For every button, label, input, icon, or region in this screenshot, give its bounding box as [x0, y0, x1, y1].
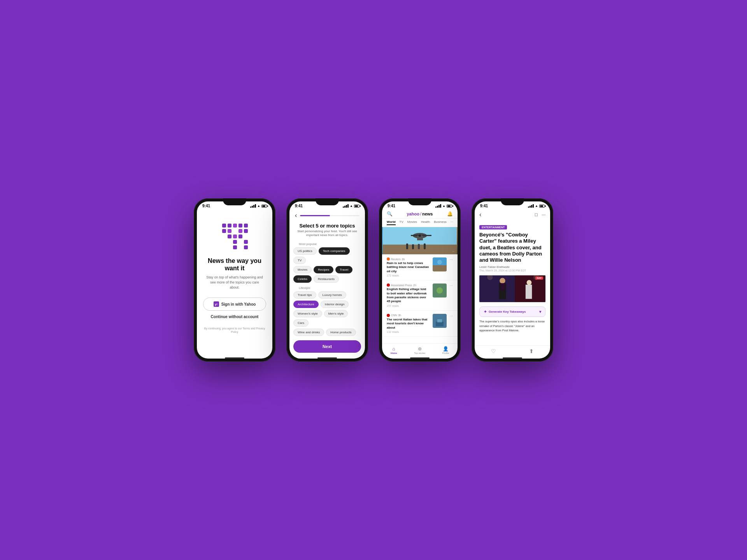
news-feed-list: ··· Reuters 3h Rain is set to help crews… [382, 227, 458, 343]
status-icons-1: ▲ [250, 204, 267, 208]
topic-row-lifestyle-2: Architecture Interior design [293, 301, 361, 308]
more-icon-3[interactable]: ··· [450, 314, 453, 318]
topic-travel[interactable]: Travel [335, 266, 352, 273]
notch-3 [408, 198, 431, 205]
more-options-icon[interactable]: ··· [542, 212, 545, 217]
entertainment-badge: Entertainment [479, 225, 507, 229]
tab-tv[interactable]: TV [400, 220, 403, 225]
lifestyle-label: Lifestyle [293, 285, 361, 291]
topic-mens-style[interactable]: Men's style [324, 310, 348, 317]
back-button-2[interactable]: ‹ [295, 212, 297, 219]
nav-home[interactable]: ⌂ Home [391, 346, 397, 354]
nav-top-stories[interactable]: ⊕ Top stories [414, 346, 425, 354]
svg-rect-10 [233, 234, 237, 238]
yahoo-logo [219, 220, 250, 252]
topic-interior-design[interactable]: Interior design [321, 301, 349, 308]
sign-in-headline: News the way you want it [203, 257, 266, 272]
hero-image: ··· [382, 227, 458, 254]
topic-movies[interactable]: Movies [293, 266, 312, 273]
phone-topics: 9:41 ▲ ‹ [286, 198, 368, 362]
bell-icon[interactable]: 🔔 [447, 211, 453, 217]
topic-cars[interactable]: Cars [293, 319, 309, 327]
reuters-dot [387, 257, 390, 261]
topics-subtitle: Start personalizing your feed. You'll st… [289, 229, 365, 241]
topic-celebs[interactable]: Celebs [293, 275, 312, 283]
sign-in-yahoo-button[interactable]: y! Sign in with Yahoo [203, 298, 266, 311]
nav-profile[interactable]: 👤 Profile [442, 346, 449, 354]
source-ap: Associated Press 2h [387, 284, 430, 287]
topic-recipes[interactable]: Recipes [314, 266, 333, 273]
svg-point-29 [437, 260, 442, 264]
tab-more[interactable]: ··· [451, 220, 453, 225]
topic-luxury-homes[interactable]: Luxury homes [318, 291, 346, 299]
progress-fill [300, 215, 330, 216]
tab-business[interactable]: Business [434, 220, 446, 225]
topic-wine-drinks[interactable]: Wine and drinks [293, 329, 324, 336]
topic-home-products[interactable]: Home products [326, 329, 356, 336]
status-time-4: 9:41 [480, 204, 488, 208]
svg-rect-26 [424, 243, 426, 249]
yahoo-y-icon: y! [214, 301, 219, 307]
status-icons-2: ▲ [343, 204, 359, 208]
news-item-1[interactable]: Reuters 3h Rain is set to help crews bat… [382, 254, 458, 280]
article-action-buttons: □ ··· [535, 212, 545, 217]
article-bottom-actions: ♡ ⬆ [475, 345, 550, 356]
ap-dot [387, 284, 390, 287]
cnn-dot [387, 314, 390, 317]
svg-rect-34 [437, 319, 442, 322]
search-icon[interactable]: 🔍 [387, 211, 393, 217]
notch-2 [316, 198, 339, 205]
svg-rect-40 [500, 284, 505, 290]
article-title: Beyoncé's "Cowboy Carter" features a Mil… [479, 232, 545, 263]
svg-rect-3 [238, 224, 242, 228]
screen-article: 9:41 ▲ ‹ □ [475, 201, 550, 359]
bar3 [253, 205, 254, 208]
svg-rect-23 [406, 243, 408, 249]
next-button[interactable]: Next [293, 340, 361, 353]
topic-travel-tips[interactable]: Travel tips [293, 291, 316, 299]
topic-row-lifestyle-3: Women's style Men's style Cars [293, 310, 361, 327]
topic-womens-style[interactable]: Women's style [293, 310, 322, 317]
topic-tv[interactable]: TV [293, 257, 306, 264]
reads-1: 172 reads [387, 274, 430, 277]
svg-rect-5 [222, 229, 226, 233]
tab-movies[interactable]: Movies [407, 220, 417, 225]
tab-world[interactable]: World [387, 220, 396, 225]
news-item-3[interactable]: CNN 3h The secret Italian lakes that mos… [382, 311, 458, 337]
thumb-2 [433, 284, 447, 298]
more-icon-2[interactable]: ··· [450, 284, 453, 288]
source-cnn: CNN 3h [387, 314, 430, 317]
more-icon-1[interactable]: ··· [450, 257, 453, 262]
topic-row-1: US politics Tech companies TV [293, 247, 361, 264]
globe-icon: ⊕ [418, 346, 422, 352]
battery-icon-4 [539, 205, 545, 208]
svg-point-41 [527, 280, 532, 285]
home-indicator-4 [503, 357, 522, 359]
svg-point-31 [437, 287, 443, 294]
wifi-icon-4: ▲ [535, 204, 538, 208]
generate-takeaways-button[interactable]: ✦ Generate Key Takeaways ▾ [479, 306, 545, 317]
continue-no-account-button[interactable]: Continue without account [211, 315, 259, 319]
topic-row-2: Movies Recipes Travel [293, 266, 361, 273]
tab-health[interactable]: Health [421, 220, 430, 225]
svg-rect-15 [244, 245, 248, 249]
topic-restaurants[interactable]: Restaurants [314, 275, 339, 283]
topic-us-politics[interactable]: US politics [293, 247, 317, 255]
reads-3: 132 reads [387, 331, 430, 333]
svg-rect-6 [228, 229, 231, 233]
topic-architecture[interactable]: Architecture [293, 301, 319, 308]
news-item-2[interactable]: Associated Press 2h English fishing vill… [382, 280, 458, 311]
sign-in-subtext: Stay on top of what's happening and see … [203, 275, 266, 290]
svg-rect-13 [233, 245, 237, 249]
status-time-1: 9:41 [202, 204, 210, 208]
heart-icon[interactable]: ♡ [491, 348, 496, 354]
topic-tech-companies[interactable]: Tech companies [319, 247, 350, 255]
headline-2: English fishing village told to boil wat… [387, 287, 430, 304]
share-icon[interactable]: ⬆ [529, 348, 534, 354]
article-back-button[interactable]: ‹ [479, 211, 481, 218]
sparkle-icon: ✦ [484, 310, 487, 314]
reads-2: 157 reads [387, 304, 430, 307]
bookmark-icon[interactable]: □ [535, 212, 538, 217]
status-time-3: 9:41 [388, 204, 395, 208]
thumb-3 [433, 314, 447, 328]
